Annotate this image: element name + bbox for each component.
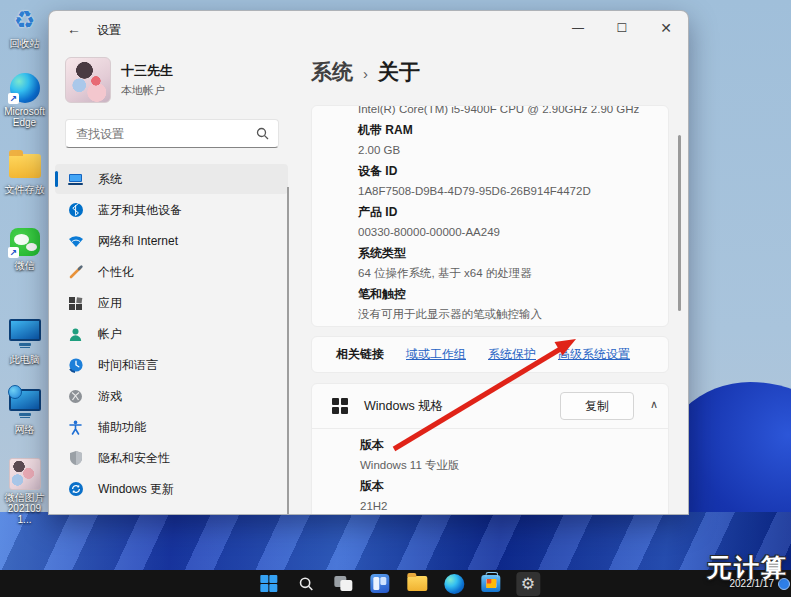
microsoft-store-button[interactable] xyxy=(479,572,503,596)
globe-icon xyxy=(8,385,22,399)
sidebar-item-privacy-security[interactable]: 隐私和安全性 xyxy=(55,443,288,473)
desktop-icon-file-folder[interactable]: 文件存放 xyxy=(1,150,48,195)
settings-taskbar-button[interactable]: ⚙ xyxy=(516,572,540,596)
field-label: 系统类型 xyxy=(358,247,654,260)
sidebar-item-time-language[interactable]: 时间和语言 xyxy=(55,350,288,380)
sidebar-item-accessibility[interactable]: 辅助功能 xyxy=(55,412,288,442)
sidebar-item-label: 帐户 xyxy=(98,326,122,343)
image-thumbnail-icon xyxy=(9,458,41,490)
user-profile[interactable]: 十三先生 本地帐户 xyxy=(65,57,296,103)
field-label: 笔和触控 xyxy=(358,288,654,301)
search-icon xyxy=(298,576,314,592)
sidebar-item-network-internet[interactable]: 网络和 Internet xyxy=(55,226,288,256)
bluetooth-icon xyxy=(67,202,84,219)
content-scrollbar[interactable] xyxy=(678,135,681,311)
field-label: 设备 ID xyxy=(358,165,654,178)
sidebar-item-label: 个性化 xyxy=(98,264,134,281)
window-title: 设置 xyxy=(97,22,121,39)
field-value: Windows 11 专业版 xyxy=(360,459,654,472)
copy-button[interactable]: 复制 xyxy=(560,392,634,420)
sidebar-item-label: 系统 xyxy=(98,171,122,188)
sidebar-item-apps[interactable]: 应用 xyxy=(55,288,288,318)
sidebar-item-label: 时间和语言 xyxy=(98,357,158,374)
system-icon xyxy=(67,171,84,188)
taskbar-search-button[interactable] xyxy=(294,572,318,596)
field-label: 版本 xyxy=(360,439,654,452)
search-input[interactable] xyxy=(66,127,250,141)
sidebar-item-label: 网络和 Internet xyxy=(98,233,178,250)
back-button[interactable]: ← xyxy=(59,17,89,41)
desktop-wallpaper: ♻ 回收站 ↗ Microsoft Edge 文件存放 ↗ 微信 此电脑 网络 … xyxy=(0,0,791,597)
person-icon xyxy=(67,326,84,343)
sidebar-item-label: 蓝牙和其他设备 xyxy=(98,202,182,219)
desktop-icon-this-pc[interactable]: 此电脑 xyxy=(1,314,48,365)
field-value: 21H2 xyxy=(360,500,654,513)
search-box[interactable] xyxy=(65,119,279,148)
desktop-icon-label: 文件存放 xyxy=(1,184,48,195)
field-value: 没有可用于此显示器的笔或触控输入 xyxy=(358,308,654,321)
windows-logo-icon xyxy=(332,398,348,414)
taskbar: ⚙ ∧ 中 xyxy=(0,570,791,597)
windows-spec-header[interactable]: Windows 规格 复制 ∧ xyxy=(312,384,668,428)
start-button[interactable] xyxy=(257,572,281,596)
desktop-icon-edge[interactable]: ↗ Microsoft Edge xyxy=(1,72,48,128)
desktop-icon-network[interactable]: 网络 xyxy=(1,384,48,435)
field-value: 00330-80000-00000-AA249 xyxy=(358,226,654,239)
settings-window: ← 设置 — ☐ ✕ 十三先生 本地帐户 xyxy=(48,10,689,515)
link-domain-workgroup[interactable]: 域或工作组 xyxy=(406,346,466,363)
device-specs-card: Intel(R) Core(TM) i5-9400F CPU @ 2.90GHz… xyxy=(311,105,669,327)
desktop-icon-label: 此电脑 xyxy=(1,354,48,365)
windows-spec-title: Windows 规格 xyxy=(364,398,443,415)
desktop-icon-label: 网络 xyxy=(1,424,48,435)
file-explorer-button[interactable] xyxy=(405,572,429,596)
chevron-up-icon[interactable]: ∧ xyxy=(650,398,658,411)
windows-spec-card: Windows 规格 复制 ∧ 版本 Windows 11 专业版 版本 21H… xyxy=(311,383,669,515)
about-page: 系统›关于 Intel(R) Core(TM) i5-9400F CPU @ 2… xyxy=(296,11,688,515)
user-name: 十三先生 xyxy=(121,62,173,80)
sidebar-item-label: 游戏 xyxy=(98,388,122,405)
settings-nav: 系统 蓝牙和其他设备 网络和 Internet 个性化 xyxy=(49,164,296,504)
desktop-icon-recycle-bin[interactable]: ♻ 回收站 xyxy=(1,4,48,49)
sidebar-scrollbar[interactable] xyxy=(287,187,289,515)
sidebar-item-system[interactable]: 系统 xyxy=(55,164,288,194)
sidebar-item-accounts[interactable]: 帐户 xyxy=(55,319,288,349)
update-icon xyxy=(67,481,84,498)
file-explorer-icon xyxy=(407,576,427,591)
sidebar-item-gaming[interactable]: 游戏 xyxy=(55,381,288,411)
apps-icon xyxy=(67,295,84,312)
sidebar-item-windows-update[interactable]: Windows 更新 xyxy=(55,474,288,504)
sidebar-item-label: Windows 更新 xyxy=(98,481,174,498)
desktop-icon-wechat-image[interactable]: 微信图片 2021091... xyxy=(1,458,48,525)
settings-sidebar: 十三先生 本地帐户 系统 xyxy=(49,47,296,514)
field-value: 1A8F7508-D9B4-4D79-95D6-26B914F4472D xyxy=(358,185,654,198)
edge-taskbar-button[interactable] xyxy=(442,572,466,596)
desktop-icon-label: 回收站 xyxy=(1,38,48,49)
task-view-button[interactable] xyxy=(331,572,355,596)
desktop-icon-wechat[interactable]: ↗ 微信 xyxy=(1,226,48,271)
desktop-icon-label: 微信 xyxy=(1,260,48,271)
field-label: 机带 RAM xyxy=(358,124,654,137)
sidebar-item-personalization[interactable]: 个性化 xyxy=(55,257,288,287)
breadcrumb-system[interactable]: 系统 xyxy=(311,60,353,83)
sidebar-item-bluetooth-devices[interactable]: 蓝牙和其他设备 xyxy=(55,195,288,225)
widgets-button[interactable] xyxy=(368,572,392,596)
clock-icon xyxy=(67,357,84,374)
link-advanced-system-settings[interactable]: 高级系统设置 xyxy=(558,346,630,363)
sidebar-item-label: 辅助功能 xyxy=(98,419,146,436)
related-links-label: 相关链接 xyxy=(336,346,384,363)
widgets-icon xyxy=(370,574,389,593)
folder-icon xyxy=(9,154,41,178)
store-icon xyxy=(481,575,500,592)
wifi-icon xyxy=(67,233,84,250)
desktop-icon-label: Microsoft Edge xyxy=(1,106,48,128)
shield-icon xyxy=(67,450,84,467)
xbox-icon xyxy=(67,388,84,405)
paintbrush-icon xyxy=(67,264,84,281)
accessibility-icon xyxy=(67,419,84,436)
link-system-protection[interactable]: 系统保护 xyxy=(488,346,536,363)
sidebar-item-label: 应用 xyxy=(98,295,122,312)
field-value: 2.00 GB xyxy=(358,144,654,157)
this-pc-icon xyxy=(9,319,41,341)
field-value: 64 位操作系统, 基于 x64 的处理器 xyxy=(358,267,654,280)
breadcrumb: 系统›关于 xyxy=(311,58,420,86)
